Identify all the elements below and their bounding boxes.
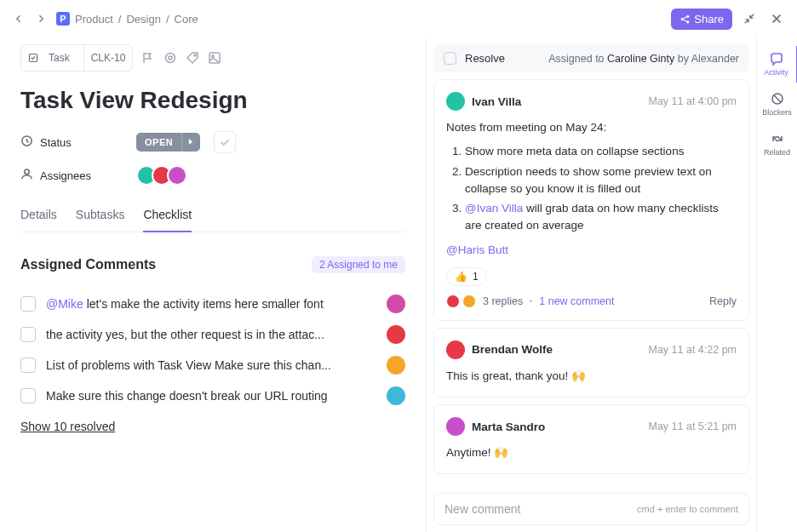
avatar bbox=[387, 295, 405, 313]
forward-button[interactable] bbox=[32, 10, 49, 27]
tab-subtasks[interactable]: Subtasks bbox=[76, 208, 125, 232]
collapse-icon[interactable] bbox=[739, 9, 760, 29]
checkbox[interactable] bbox=[20, 327, 36, 342]
checkbox[interactable] bbox=[20, 388, 36, 403]
avatar bbox=[446, 92, 465, 111]
sprint-icon[interactable] bbox=[163, 51, 177, 65]
avatar bbox=[462, 295, 476, 308]
svg-point-1 bbox=[686, 14, 689, 17]
avatar bbox=[387, 325, 405, 344]
comment-composer[interactable]: New comment cmd + enter to comment bbox=[433, 493, 749, 525]
avatar bbox=[446, 417, 465, 436]
project-badge: P bbox=[56, 12, 70, 26]
resolve-checkbox[interactable] bbox=[444, 52, 456, 65]
comment-card: Ivan Villa May 11 at 4:00 pm Notes from … bbox=[433, 79, 749, 321]
svg-point-6 bbox=[194, 54, 196, 56]
assignees-avatars[interactable] bbox=[136, 165, 187, 186]
mention-link[interactable]: @Haris Butt bbox=[446, 243, 508, 256]
resolve-label[interactable]: Resolve bbox=[465, 52, 505, 65]
assignees-label: Assignees bbox=[20, 168, 123, 183]
breadcrumb[interactable]: P Product / Design / Core bbox=[56, 12, 198, 26]
svg-point-5 bbox=[169, 56, 172, 60]
comment-row[interactable]: @Mike let's make the activity items here… bbox=[20, 289, 405, 319]
comment-row[interactable]: the activity yes, but the other request … bbox=[20, 319, 405, 350]
avatar bbox=[446, 295, 460, 308]
comment-row[interactable]: Make sure this change doesn't break our … bbox=[20, 380, 405, 411]
svg-point-2 bbox=[686, 20, 689, 23]
comment-row[interactable]: List of problems with Task View Make sur… bbox=[20, 350, 405, 380]
image-icon[interactable] bbox=[208, 51, 221, 65]
status-next-icon[interactable] bbox=[181, 133, 200, 152]
reply-button[interactable]: Reply bbox=[709, 295, 737, 307]
task-title: Task View Redesign bbox=[20, 87, 405, 114]
tabs: Details Subtasks Checklist bbox=[20, 208, 405, 232]
blocker-icon bbox=[771, 92, 784, 106]
close-icon[interactable] bbox=[766, 9, 787, 29]
status-pill[interactable]: OPEN bbox=[136, 133, 200, 152]
svg-point-8 bbox=[212, 55, 215, 58]
assigned-to-me-badge[interactable]: 2 Assigned to me bbox=[312, 256, 405, 273]
tab-details[interactable]: Details bbox=[20, 208, 57, 232]
back-button[interactable] bbox=[10, 10, 27, 27]
resolve-bar: Resolve Assigned to Caroline Ginty by Al… bbox=[433, 44, 749, 72]
rail-related[interactable]: Related bbox=[757, 126, 798, 163]
tag-icon[interactable] bbox=[186, 51, 199, 65]
status-complete-icon[interactable] bbox=[214, 131, 236, 153]
flag-icon[interactable] bbox=[141, 51, 155, 65]
checkbox[interactable] bbox=[20, 358, 36, 373]
related-icon bbox=[771, 132, 784, 146]
rail-blockers[interactable]: Blockers bbox=[757, 86, 798, 123]
resolve-assigned: Assigned to Caroline Ginty by Alexander bbox=[548, 53, 739, 65]
checkbox[interactable] bbox=[20, 296, 36, 312]
share-button[interactable]: Share bbox=[671, 9, 732, 30]
avatar bbox=[446, 340, 465, 359]
svg-point-10 bbox=[25, 169, 30, 174]
svg-point-4 bbox=[166, 54, 175, 63]
comment-card: Marta Sandro May 11 at 5:21 pm Anytime! … bbox=[433, 404, 749, 474]
task-id-pill[interactable]: Task CLK-10 bbox=[20, 44, 133, 72]
show-resolved-link[interactable]: Show 10 resolved bbox=[20, 420, 115, 433]
avatar bbox=[387, 386, 405, 405]
avatar bbox=[387, 356, 405, 375]
rail-activity[interactable]: Activity bbox=[757, 46, 798, 83]
chat-icon bbox=[770, 52, 783, 66]
comment-card: Brendan Wolfe May 11 at 4:22 pm This is … bbox=[433, 328, 749, 398]
new-comment-link[interactable]: 1 new comment bbox=[539, 295, 614, 307]
status-label: Status bbox=[20, 134, 123, 150]
tab-checklist[interactable]: Checklist bbox=[143, 208, 192, 232]
replies-count[interactable]: 3 replies bbox=[483, 295, 523, 307]
assigned-comments-title: Assigned Comments bbox=[20, 257, 156, 272]
reaction-button[interactable]: 👍 1 bbox=[446, 267, 487, 286]
